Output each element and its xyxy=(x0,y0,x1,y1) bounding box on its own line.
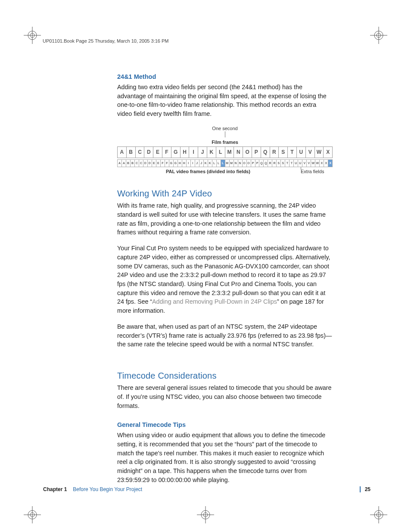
video-field: O xyxy=(247,160,251,167)
video-fields-row: AABBCCDDEEFFGGHHIIJJKKLLLMMNNOOPPQQRRSST… xyxy=(117,159,333,167)
film-cell: M xyxy=(225,147,234,158)
video-field: R xyxy=(268,160,272,167)
video-field: X xyxy=(320,160,324,167)
video-field: N xyxy=(238,160,243,167)
page-footer: Chapter 1 Before You Begin Your Project … xyxy=(43,486,371,492)
video-field: U xyxy=(298,160,302,167)
reg-mark-tr xyxy=(370,27,387,44)
video-field: D xyxy=(148,160,152,167)
video-field: J xyxy=(199,160,204,167)
film-cell: Q xyxy=(261,147,270,158)
film-cell: X xyxy=(324,147,332,158)
video-field: M xyxy=(230,160,234,167)
film-cell: D xyxy=(144,147,153,158)
video-field: D xyxy=(143,160,148,167)
video-field: Q xyxy=(264,160,268,167)
section-24p-title: Working With 24P Video xyxy=(117,187,333,200)
pal-frames-label: PAL video frames (divided into fields) xyxy=(117,168,299,175)
section-tips-title: General Timecode Tips xyxy=(117,420,333,429)
film-cell: T xyxy=(288,147,297,158)
one-second-tick xyxy=(225,131,225,137)
video-field: C xyxy=(139,160,143,167)
video-field: I xyxy=(191,160,195,167)
video-field: A xyxy=(122,160,126,167)
section-tips-p1: When using video or audio equipment that… xyxy=(117,431,333,484)
video-field: E xyxy=(156,160,161,167)
film-cell: K xyxy=(207,147,216,158)
diagram-24and1: One second Film frames ABCDEFGHIJKLMNOPQ… xyxy=(117,125,333,175)
chapter-label: Chapter 1 xyxy=(43,486,67,492)
reg-mark-bl xyxy=(24,506,41,523)
film-cell: C xyxy=(136,147,145,158)
video-field: V xyxy=(302,160,307,167)
video-field: F xyxy=(165,160,169,167)
film-cell: N xyxy=(234,147,243,158)
film-cell: R xyxy=(270,147,279,158)
chapter-name: Before You Begin Your Project xyxy=(73,486,142,492)
video-field: K xyxy=(204,160,208,167)
film-cell: J xyxy=(198,147,207,158)
reg-mark-tl xyxy=(24,27,41,44)
film-cell: P xyxy=(252,147,261,158)
film-cell: A xyxy=(118,147,127,158)
video-field: U xyxy=(294,160,298,167)
video-field: I xyxy=(187,160,191,167)
video-field: H xyxy=(182,160,187,167)
film-cell: U xyxy=(297,147,306,158)
video-field: W xyxy=(311,160,315,167)
film-cell: V xyxy=(306,147,315,158)
film-cell: S xyxy=(279,147,288,158)
video-field: P xyxy=(251,160,255,167)
film-cell: I xyxy=(189,147,198,158)
section-24and1-title: 24&1 Method xyxy=(117,72,333,81)
video-field: S xyxy=(281,160,285,167)
video-field: R xyxy=(272,160,277,167)
video-field: C xyxy=(135,160,139,167)
xref-pulldown[interactable]: Adding and Removing Pull-Down in 24P Cli… xyxy=(152,298,277,305)
video-field: T xyxy=(285,160,290,167)
section-24and1-body: Adding two extra video fields per second… xyxy=(117,83,333,118)
film-cell: B xyxy=(127,147,136,158)
reg-mark-br xyxy=(370,506,387,523)
video-field: M xyxy=(225,160,230,167)
video-field-extra: X xyxy=(328,160,332,167)
extra-fields-label: Extra fields xyxy=(301,169,324,174)
video-field: J xyxy=(195,160,199,167)
video-field: X xyxy=(324,160,328,167)
section-24p-p2: Your Final Cut Pro system needs to be eq… xyxy=(117,244,333,315)
section-24p-p2a: Your Final Cut Pro system needs to be eq… xyxy=(117,245,330,305)
film-cell: F xyxy=(162,147,171,158)
video-field: K xyxy=(208,160,212,167)
film-frames-row: ABCDEFGHIJKLMNOPQRSTUVWX xyxy=(117,146,333,158)
video-field: G xyxy=(174,160,178,167)
video-field: L xyxy=(217,160,221,167)
film-cell: E xyxy=(153,147,162,158)
page-content: 24&1 Method Adding two extra video field… xyxy=(117,72,333,492)
film-cell: L xyxy=(216,147,225,158)
section-timecode-title: Timecode Considerations xyxy=(117,370,333,382)
video-field: B xyxy=(126,160,131,167)
film-cell: O xyxy=(243,147,252,158)
film-frames-label: Film frames xyxy=(117,139,333,146)
video-field: G xyxy=(169,160,174,167)
video-field-extra: L xyxy=(221,160,225,167)
video-field: T xyxy=(290,160,294,167)
film-cell: G xyxy=(171,147,181,158)
film-cell: H xyxy=(181,147,190,158)
section-timecode-p1: There are several general issues related… xyxy=(117,383,333,410)
video-field: H xyxy=(178,160,182,167)
reg-mark-bc xyxy=(197,506,214,523)
video-field: O xyxy=(243,160,247,167)
video-field: W xyxy=(315,160,320,167)
section-24p-p1: With its frame rate, high quality, and p… xyxy=(117,201,333,237)
running-header: UP01101.Book Page 25 Thursday, March 10,… xyxy=(43,38,169,44)
video-field: N xyxy=(234,160,238,167)
video-field: P xyxy=(255,160,260,167)
video-field: E xyxy=(152,160,156,167)
video-field: F xyxy=(161,160,165,167)
page-number: 25 xyxy=(360,486,371,492)
video-field: A xyxy=(118,160,122,167)
video-field: V xyxy=(307,160,311,167)
video-field: Q xyxy=(259,160,264,167)
section-24p-p3: Be aware that, when used as part of an N… xyxy=(117,322,333,349)
